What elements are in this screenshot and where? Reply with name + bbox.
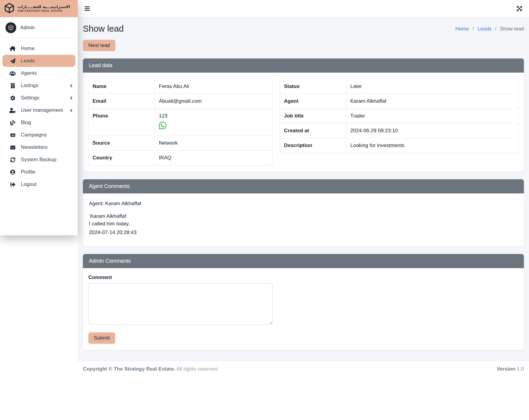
lead-details-table-left: NameFeras Abu Ali EmailAbuali@gmail.com …: [88, 79, 272, 165]
footer-copyright-strong: Copyright © The Strategy Real Estate.: [83, 366, 175, 372]
agent-comments-card: Agent Comments Agent: Karam Alkhaffaf Ka…: [83, 179, 524, 246]
chevron-left-icon: [70, 84, 72, 88]
sidebar-item-label: Blog: [21, 120, 31, 126]
admin-comments-card-header: Admin Comments: [83, 254, 524, 268]
footer-version-label: Version: [497, 366, 515, 372]
sidebar-item-label: Listings: [21, 83, 38, 89]
table-row: StatusLater: [280, 79, 518, 94]
breadcrumb-separator: /: [495, 26, 496, 32]
assigned-agent-line: Agent: Karam Alkhaffaf: [89, 201, 518, 207]
footer-version: Version 1.0: [497, 366, 524, 372]
comment-text: I called him today.: [89, 221, 518, 227]
sidebar-item-label: System Backup: [21, 157, 56, 163]
comment-date: 2024-07-14 20:28:43: [89, 230, 518, 236]
building-icon: [9, 83, 16, 88]
sidebar-item-newsletters[interactable]: Newsletters: [2, 141, 75, 153]
fullscreen-icon[interactable]: [516, 5, 523, 13]
brand-text: الاستراتيجـــية للعقـــــارات THE STRATE…: [17, 5, 70, 13]
sidebar-item-label: Profile: [21, 169, 35, 175]
lead-data-card-header: Lead data: [83, 58, 524, 73]
gear-icon: [9, 96, 16, 101]
sidebar-item-label: Newsletters: [21, 144, 48, 150]
sidebar-item-profile[interactable]: Profile: [2, 166, 75, 178]
svg-text:Ad: Ad: [11, 133, 14, 136]
comment-textarea[interactable]: [88, 283, 272, 324]
company-logo-icon: [4, 2, 15, 15]
lead-details-table-right: StatusLater AgentKaram Alkhaffaf Job tit…: [280, 79, 518, 153]
home-icon: [9, 46, 16, 51]
table-row: AgentKaram Alkhaffaf: [280, 94, 518, 109]
sidebar-item-user-management[interactable]: User management: [2, 104, 75, 116]
envelope-icon: [9, 145, 16, 150]
blog-icon: [9, 120, 16, 125]
user-gear-icon: [9, 108, 16, 113]
breadcrumb-leads-link[interactable]: Leads: [477, 26, 491, 32]
sidebar-item-home[interactable]: Home: [2, 42, 75, 55]
table-row: EmailAbuali@gmail.com: [89, 94, 272, 109]
table-row: NameFeras Abu Ali: [89, 79, 272, 94]
content-area: Show lead Home / Leads / Show lead Next …: [78, 17, 529, 361]
breadcrumb: Home / Leads / Show lead: [455, 26, 524, 32]
sidebar-item-listings[interactable]: Listings: [2, 80, 75, 92]
comment-label: Comment: [88, 274, 518, 281]
sync-icon: [9, 157, 16, 162]
sidebar-item-label: Agents: [21, 70, 37, 76]
sidebar-item-logout[interactable]: Logout: [2, 178, 75, 190]
whatsapp-icon[interactable]: [159, 121, 166, 131]
sidebar-item-label: Settings: [21, 95, 39, 101]
footer-copyright-text: All rights reserved.: [176, 366, 219, 372]
sidebar: الاستراتيجـــية للعقـــــارات THE STRATE…: [0, 0, 78, 235]
paper-plane-icon: [9, 58, 16, 64]
brand-header[interactable]: الاستراتيجـــية للعقـــــارات THE STRATE…: [0, 0, 78, 17]
sidebar-item-agents[interactable]: Agents: [2, 67, 75, 79]
top-navbar: [78, 0, 529, 17]
sidebar-item-label: Campaigns: [21, 132, 47, 138]
chevron-left-icon: [70, 108, 72, 112]
footer-version-value: 1.0: [517, 366, 524, 372]
sign-out-icon: [9, 182, 16, 187]
page-title: Show lead: [83, 24, 124, 34]
user-circle-icon: [9, 170, 16, 175]
sidebar-item-system-backup[interactable]: System Backup: [2, 154, 75, 166]
next-lead-button[interactable]: Next lead: [83, 40, 115, 51]
table-row: Job titleTrader: [280, 109, 518, 124]
sidebar-item-leads[interactable]: Leads: [2, 55, 75, 67]
app-window: الاستراتيجـــية للعقـــــارات THE STRATE…: [0, 0, 529, 420]
user-panel[interactable]: Admin: [0, 17, 78, 38]
sidebar-item-label: Home: [21, 45, 34, 52]
footer: Copyright © The Strategy Real Estate. Al…: [78, 361, 529, 420]
hamburger-menu-icon[interactable]: [83, 5, 91, 13]
breadcrumb-home-link[interactable]: Home: [455, 26, 469, 32]
submit-button[interactable]: Submit: [88, 332, 115, 344]
footer-copyright: Copyright © The Strategy Real Estate. Al…: [83, 366, 219, 372]
sidebar-item-blog[interactable]: Blog: [2, 117, 75, 129]
sidebar-item-campaigns[interactable]: Ad Campaigns: [2, 129, 75, 141]
table-row: Created at2024-06-29 09:23:10: [280, 124, 518, 138]
table-row: SourceNetwork: [89, 136, 272, 151]
sidebar-nav: Home Leads Agents Listings Settings User…: [0, 38, 78, 190]
comment-author: Karam Alkhaffaf: [90, 213, 518, 219]
table-row: Phone 123: [89, 109, 272, 136]
phone-value: 123: [159, 113, 268, 119]
breadcrumb-current: Show lead: [500, 26, 524, 32]
brand-name-arabic: الاستراتيجـــية للعقـــــارات: [17, 5, 70, 9]
sidebar-item-settings[interactable]: Settings: [2, 92, 75, 104]
agent-comments-card-header: Agent Comments: [83, 179, 524, 193]
sidebar-item-label: User management: [21, 107, 63, 113]
sidebar-item-label: Leads: [21, 58, 35, 64]
breadcrumb-separator: /: [473, 26, 474, 32]
ad-icon: Ad: [9, 133, 16, 138]
user-name: Admin: [20, 25, 35, 31]
admin-comments-card: Admin Comments Comment Submit: [83, 254, 524, 350]
table-row: DescriptionLooking for investments: [280, 138, 518, 153]
sidebar-item-label: Logout: [21, 181, 36, 187]
brand-name-english: THE STRATEGY REAL ESTATE: [17, 9, 70, 13]
table-row: CountryIRAQ: [89, 151, 272, 165]
agent-comment: Karam Alkhaffaf I called him today. 2024…: [89, 213, 518, 236]
users-icon: [9, 71, 16, 76]
chevron-left-icon: [70, 96, 72, 100]
lead-data-card: Lead data NameFeras Abu Ali EmailAbuali@…: [83, 58, 524, 172]
avatar: [5, 22, 16, 33]
